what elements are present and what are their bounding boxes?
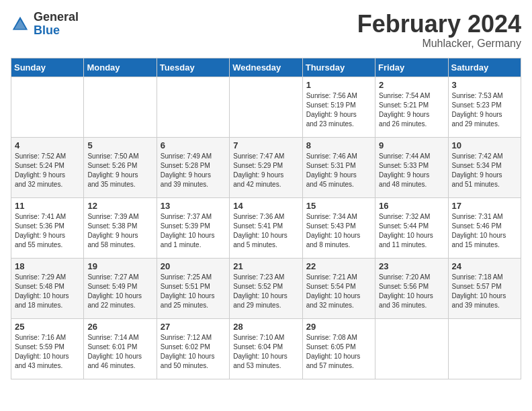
calendar-title: February 2024 [357, 11, 521, 38]
day-number: 2 [379, 80, 444, 90]
calendar-cell [448, 318, 521, 379]
day-number: 27 [161, 322, 226, 332]
day-number: 17 [452, 201, 517, 211]
page-header: General Blue February 2024 Muhlacker, Ge… [11, 11, 521, 50]
day-info: Sunrise: 7:42 AM Sunset: 5:34 PM Dayligh… [452, 152, 517, 189]
calendar-cell: 22Sunrise: 7:21 AM Sunset: 5:54 PM Dayli… [302, 258, 375, 318]
calendar-subtitle: Muhlacker, Germany [357, 38, 521, 50]
calendar-week-4: 18Sunrise: 7:29 AM Sunset: 5:48 PM Dayli… [11, 258, 521, 318]
weekday-header-tuesday: Tuesday [157, 58, 229, 77]
day-info: Sunrise: 7:25 AM Sunset: 5:51 PM Dayligh… [161, 273, 226, 310]
day-number: 11 [15, 201, 80, 211]
calendar-cell: 4Sunrise: 7:52 AM Sunset: 5:24 PM Daylig… [11, 137, 84, 197]
calendar-cell: 28Sunrise: 7:10 AM Sunset: 6:04 PM Dayli… [230, 318, 302, 379]
day-info: Sunrise: 7:39 AM Sunset: 5:38 PM Dayligh… [87, 212, 152, 250]
day-info: Sunrise: 7:29 AM Sunset: 5:48 PM Dayligh… [15, 273, 80, 310]
day-info: Sunrise: 7:31 AM Sunset: 5:46 PM Dayligh… [452, 212, 517, 250]
day-number: 13 [161, 201, 226, 211]
calendar-cell: 5Sunrise: 7:50 AM Sunset: 5:26 PM Daylig… [84, 137, 157, 197]
day-info: Sunrise: 7:54 AM Sunset: 5:21 PM Dayligh… [379, 91, 444, 129]
day-info: Sunrise: 7:47 AM Sunset: 5:29 PM Dayligh… [233, 152, 298, 189]
calendar-cell: 15Sunrise: 7:34 AM Sunset: 5:43 PM Dayli… [302, 197, 375, 258]
calendar-cell: 1Sunrise: 7:56 AM Sunset: 5:19 PM Daylig… [302, 77, 375, 137]
calendar-cell: 10Sunrise: 7:42 AM Sunset: 5:34 PM Dayli… [448, 137, 521, 197]
day-info: Sunrise: 7:37 AM Sunset: 5:39 PM Dayligh… [161, 212, 226, 250]
calendar-cell: 13Sunrise: 7:37 AM Sunset: 5:39 PM Dayli… [157, 197, 229, 258]
day-number: 19 [87, 261, 152, 271]
calendar-cell: 23Sunrise: 7:20 AM Sunset: 5:56 PM Dayli… [375, 258, 448, 318]
calendar-cell: 11Sunrise: 7:41 AM Sunset: 5:36 PM Dayli… [11, 197, 84, 258]
day-number: 25 [15, 322, 80, 332]
day-number: 28 [233, 322, 298, 332]
weekday-header-friday: Friday [375, 58, 448, 77]
calendar-table: SundayMondayTuesdayWednesdayThursdayFrid… [11, 58, 521, 379]
day-number: 29 [306, 322, 371, 332]
day-info: Sunrise: 7:34 AM Sunset: 5:43 PM Dayligh… [306, 212, 371, 250]
day-info: Sunrise: 7:08 AM Sunset: 6:05 PM Dayligh… [306, 333, 371, 371]
calendar-cell: 27Sunrise: 7:12 AM Sunset: 6:02 PM Dayli… [157, 318, 229, 379]
day-number: 21 [233, 261, 298, 271]
logo-text: General Blue [34, 11, 79, 38]
calendar-cell: 25Sunrise: 7:16 AM Sunset: 5:59 PM Dayli… [11, 318, 84, 379]
calendar-cell: 9Sunrise: 7:44 AM Sunset: 5:33 PM Daylig… [375, 137, 448, 197]
calendar-cell [230, 77, 302, 137]
day-number: 15 [306, 201, 371, 211]
day-number: 26 [87, 322, 152, 332]
day-info: Sunrise: 7:49 AM Sunset: 5:28 PM Dayligh… [161, 152, 226, 189]
day-info: Sunrise: 7:18 AM Sunset: 5:57 PM Dayligh… [452, 273, 517, 310]
day-info: Sunrise: 7:27 AM Sunset: 5:49 PM Dayligh… [87, 273, 152, 310]
calendar-cell: 2Sunrise: 7:54 AM Sunset: 5:21 PM Daylig… [375, 77, 448, 137]
calendar-week-3: 11Sunrise: 7:41 AM Sunset: 5:36 PM Dayli… [11, 197, 521, 258]
day-number: 10 [452, 140, 517, 150]
day-info: Sunrise: 7:32 AM Sunset: 5:44 PM Dayligh… [379, 212, 444, 250]
calendar-cell: 29Sunrise: 7:08 AM Sunset: 6:05 PM Dayli… [302, 318, 375, 379]
logo-blue: Blue [34, 24, 79, 38]
day-number: 22 [306, 261, 371, 271]
day-info: Sunrise: 7:20 AM Sunset: 5:56 PM Dayligh… [379, 273, 444, 310]
day-info: Sunrise: 7:10 AM Sunset: 6:04 PM Dayligh… [233, 333, 298, 371]
calendar-week-2: 4Sunrise: 7:52 AM Sunset: 5:24 PM Daylig… [11, 137, 521, 197]
calendar-cell: 6Sunrise: 7:49 AM Sunset: 5:28 PM Daylig… [157, 137, 229, 197]
day-number: 20 [161, 261, 226, 271]
calendar-cell: 20Sunrise: 7:25 AM Sunset: 5:51 PM Dayli… [157, 258, 229, 318]
weekday-header-wednesday: Wednesday [230, 58, 302, 77]
day-number: 7 [233, 140, 298, 150]
logo-general: General [34, 11, 79, 24]
day-number: 23 [379, 261, 444, 271]
calendar-cell [11, 77, 84, 137]
day-info: Sunrise: 7:36 AM Sunset: 5:41 PM Dayligh… [233, 212, 298, 250]
day-info: Sunrise: 7:12 AM Sunset: 6:02 PM Dayligh… [161, 333, 226, 371]
day-info: Sunrise: 7:41 AM Sunset: 5:36 PM Dayligh… [15, 212, 80, 250]
calendar-cell: 24Sunrise: 7:18 AM Sunset: 5:57 PM Dayli… [448, 258, 521, 318]
day-info: Sunrise: 7:16 AM Sunset: 5:59 PM Dayligh… [15, 333, 80, 371]
day-number: 14 [233, 201, 298, 211]
calendar-cell [84, 77, 157, 137]
calendar-cell: 8Sunrise: 7:46 AM Sunset: 5:31 PM Daylig… [302, 137, 375, 197]
calendar-cell: 14Sunrise: 7:36 AM Sunset: 5:41 PM Dayli… [230, 197, 302, 258]
day-number: 18 [15, 261, 80, 271]
day-info: Sunrise: 7:46 AM Sunset: 5:31 PM Dayligh… [306, 152, 371, 189]
calendar-week-5: 25Sunrise: 7:16 AM Sunset: 5:59 PM Dayli… [11, 318, 521, 379]
day-info: Sunrise: 7:53 AM Sunset: 5:23 PM Dayligh… [452, 91, 517, 129]
day-number: 12 [87, 201, 152, 211]
logo: General Blue [11, 11, 79, 38]
calendar-cell: 7Sunrise: 7:47 AM Sunset: 5:29 PM Daylig… [230, 137, 302, 197]
day-number: 6 [161, 140, 226, 150]
day-info: Sunrise: 7:14 AM Sunset: 6:01 PM Dayligh… [87, 333, 152, 371]
day-info: Sunrise: 7:23 AM Sunset: 5:52 PM Dayligh… [233, 273, 298, 310]
calendar-cell: 26Sunrise: 7:14 AM Sunset: 6:01 PM Dayli… [84, 318, 157, 379]
logo-icon [11, 15, 30, 34]
day-number: 5 [87, 140, 152, 150]
calendar-cell: 21Sunrise: 7:23 AM Sunset: 5:52 PM Dayli… [230, 258, 302, 318]
weekday-header-monday: Monday [84, 58, 157, 77]
weekday-header-row: SundayMondayTuesdayWednesdayThursdayFrid… [11, 58, 521, 77]
day-info: Sunrise: 7:21 AM Sunset: 5:54 PM Dayligh… [306, 273, 371, 310]
day-info: Sunrise: 7:44 AM Sunset: 5:33 PM Dayligh… [379, 152, 444, 189]
calendar-cell: 16Sunrise: 7:32 AM Sunset: 5:44 PM Dayli… [375, 197, 448, 258]
day-info: Sunrise: 7:56 AM Sunset: 5:19 PM Dayligh… [306, 91, 371, 129]
calendar-cell [157, 77, 229, 137]
calendar-week-1: 1Sunrise: 7:56 AM Sunset: 5:19 PM Daylig… [11, 77, 521, 137]
day-number: 24 [452, 261, 517, 271]
calendar-cell: 18Sunrise: 7:29 AM Sunset: 5:48 PM Dayli… [11, 258, 84, 318]
weekday-header-thursday: Thursday [302, 58, 375, 77]
